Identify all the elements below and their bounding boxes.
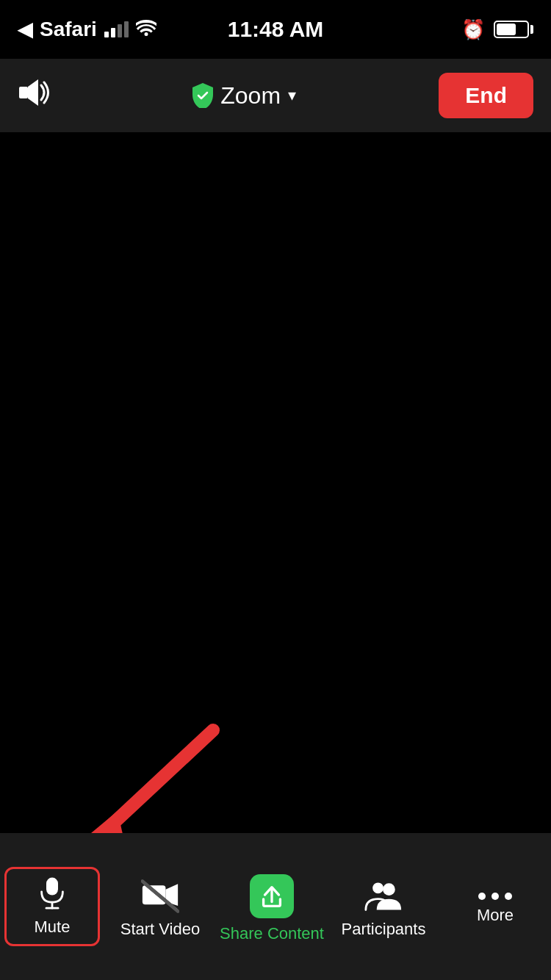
video-off-icon bbox=[141, 879, 179, 914]
more-dots-icon bbox=[478, 893, 512, 900]
bottom-toolbar: Mute Start Video Share Content bbox=[0, 833, 551, 980]
zoom-label: Zoom bbox=[220, 82, 281, 109]
video-area bbox=[0, 132, 551, 907]
status-left: ◀ Safari bbox=[18, 18, 156, 41]
alarm-icon: ⏰ bbox=[461, 18, 485, 41]
chevron-down-icon: ▾ bbox=[288, 86, 296, 105]
mute-label: Mute bbox=[35, 918, 71, 937]
back-arrow-icon: ◀ bbox=[18, 18, 32, 41]
battery-icon bbox=[494, 21, 533, 38]
end-button[interactable]: End bbox=[439, 73, 533, 118]
svg-rect-0 bbox=[19, 87, 28, 98]
svg-rect-4 bbox=[46, 878, 58, 896]
share-icon-container bbox=[250, 874, 294, 918]
status-right: ⏰ bbox=[461, 18, 533, 41]
mute-button[interactable]: Mute bbox=[4, 867, 100, 946]
more-button[interactable]: More bbox=[439, 881, 551, 932]
zoom-badge[interactable]: Zoom ▾ bbox=[192, 82, 296, 109]
status-bar: ◀ Safari 11:48 AM ⏰ bbox=[0, 0, 551, 59]
wifi-icon bbox=[136, 18, 156, 41]
start-video-button[interactable]: Start Video bbox=[104, 867, 216, 946]
participants-icon bbox=[364, 879, 403, 914]
svg-point-13 bbox=[372, 882, 383, 893]
share-icon bbox=[258, 882, 286, 910]
share-content-button[interactable]: Share Content bbox=[216, 862, 328, 951]
share-content-label: Share Content bbox=[220, 924, 324, 943]
carrier-label: Safari bbox=[40, 18, 97, 41]
top-bar: Zoom ▾ End bbox=[0, 59, 551, 132]
start-video-label: Start Video bbox=[120, 920, 200, 939]
shield-icon bbox=[192, 83, 213, 108]
participants-button[interactable]: Participants bbox=[328, 867, 439, 946]
status-time: 11:48 AM bbox=[228, 17, 324, 42]
svg-rect-7 bbox=[143, 885, 166, 904]
microphone-icon bbox=[35, 876, 70, 912]
svg-marker-1 bbox=[28, 79, 38, 106]
speaker-icon[interactable] bbox=[18, 78, 50, 114]
more-label: More bbox=[477, 906, 514, 925]
participants-label: Participants bbox=[342, 920, 426, 939]
signal-bars-icon bbox=[104, 21, 129, 37]
svg-point-14 bbox=[383, 883, 395, 896]
svg-line-2 bbox=[103, 730, 213, 833]
